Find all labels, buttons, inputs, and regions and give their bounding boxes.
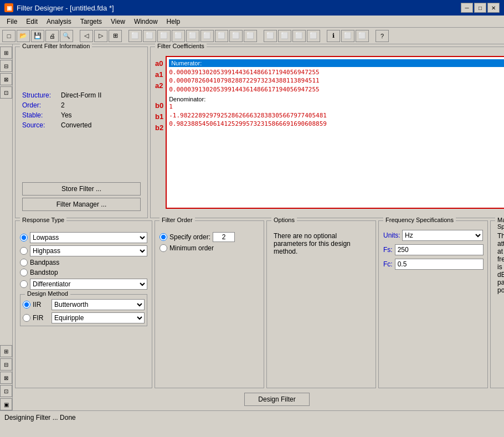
response-type-title: Response Type: [20, 217, 66, 223]
coeff-label-a0: a0: [155, 58, 163, 68]
differentiator-dropdown[interactable]: Differentiator: [30, 279, 147, 290]
design-filter-button[interactable]: Design Filter: [244, 393, 309, 406]
toolbar-open[interactable]: 📂: [17, 30, 30, 42]
minimum-order-radio[interactable]: [160, 244, 167, 252]
sidebar-icon-1[interactable]: ⊞: [0, 47, 12, 59]
numerator-value-2: 0.00007826041079828872297323438811389451…: [169, 76, 504, 85]
toolbar-b13[interactable]: ⬜: [292, 30, 306, 42]
filter-manager-button[interactable]: Filter Manager ...: [22, 198, 141, 211]
toolbar-new[interactable]: □: [2, 30, 16, 42]
fc-label: Fc:: [383, 260, 393, 268]
response-type-panel: Response Type Lowpass Highpass: [15, 220, 152, 388]
sidebar-icon-7[interactable]: ⊠: [0, 372, 12, 384]
toolbar-b16[interactable]: ⬜: [356, 30, 369, 42]
toolbar-print[interactable]: 🖨: [45, 30, 59, 42]
coeff-label-b2: b2: [155, 122, 163, 132]
fir-dropdown[interactable]: Equiripple Least-Squares Window: [52, 312, 145, 323]
toolbar-b7[interactable]: ⬜: [200, 30, 214, 42]
iir-dropdown[interactable]: Butterworth Chebyshev I Chebyshev II Ell…: [52, 299, 145, 310]
lowpass-radio[interactable]: [20, 234, 28, 241]
fc-input[interactable]: [395, 259, 484, 270]
sidebar-icon-5[interactable]: ⊞: [0, 345, 12, 357]
toolbar-b8[interactable]: ⬜: [215, 30, 228, 42]
sidebar-icon-9[interactable]: ▣: [0, 398, 12, 410]
sidebar-icon-2[interactable]: ⊟: [0, 60, 12, 72]
options-no-params-text: There are no optional parameters for thi…: [271, 230, 371, 258]
coeff-label-b1: b1: [155, 111, 163, 121]
highpass-radio[interactable]: [20, 247, 28, 255]
freq-specs-title: Frequency Specifications: [383, 217, 456, 223]
bandpass-radio[interactable]: [20, 259, 28, 266]
structure-label: Structure:: [22, 91, 61, 99]
toolbar-fwd[interactable]: ▷: [94, 30, 107, 42]
fir-radio[interactable]: [23, 314, 30, 322]
order-label: Order:: [22, 101, 61, 109]
specify-order-radio[interactable]: [160, 233, 167, 241]
lowpass-dropdown[interactable]: Lowpass: [30, 232, 147, 243]
mag-specs-text: The attenuation at cutoff frequencies is…: [495, 230, 504, 296]
toolbar-b1[interactable]: ⊞: [109, 30, 122, 42]
stable-value: Yes: [61, 111, 72, 119]
sidebar-icon-8[interactable]: ⊡: [0, 385, 12, 397]
menu-help[interactable]: Help: [162, 17, 185, 27]
menu-analysis[interactable]: Analysis: [42, 17, 76, 27]
title-bar: ▣ Filter Designer - [untitled.fda *] ─ □…: [0, 0, 504, 16]
toolbar-b14[interactable]: ⬜: [307, 30, 320, 42]
close-button[interactable]: ✕: [487, 3, 500, 13]
app-icon: ▣: [4, 3, 13, 12]
numerator-value-1: 0.00003913020539914436148661719405694725…: [169, 68, 504, 76]
coeff-labels: a0 a1 a2 b0 b1 b2: [155, 56, 166, 209]
sidebar-icon-4[interactable]: ⊡: [0, 86, 12, 99]
menu-targets[interactable]: Targets: [76, 17, 106, 27]
minimize-button[interactable]: ─: [461, 3, 473, 13]
differentiator-radio[interactable]: [20, 280, 28, 288]
frequency-specs-panel: Frequency Specifications Units: Hz kHz M…: [378, 220, 488, 388]
menu-edit[interactable]: Edit: [22, 17, 42, 27]
menu-file[interactable]: File: [2, 17, 22, 27]
maximize-button[interactable]: □: [474, 3, 486, 13]
menu-view[interactable]: View: [106, 17, 130, 27]
toolbar-b5[interactable]: ⬜: [172, 30, 185, 42]
source-value: Converted: [61, 121, 91, 129]
toolbar-b4[interactable]: ⬜: [157, 30, 171, 42]
toolbar-info[interactable]: ℹ: [327, 30, 340, 42]
mag-specs-title: Magnitude Specifications: [495, 217, 504, 230]
toolbar-b15[interactable]: ⬜: [341, 30, 354, 42]
fir-label: FIR: [33, 314, 49, 322]
toolbar-b3[interactable]: ⬜: [143, 30, 156, 42]
toolbar-save[interactable]: 💾: [31, 30, 44, 42]
highpass-dropdown[interactable]: Highpass: [30, 245, 147, 256]
toolbar-b10[interactable]: ⬜: [244, 30, 257, 42]
sidebar-icon-6[interactable]: ⊟: [0, 358, 12, 371]
filter-coeff-title: Filter Coefficients: [155, 43, 207, 49]
units-select[interactable]: Hz kHz MHz Normalized: [402, 230, 483, 241]
filter-order-panel: Filter Order Specify order: Minimum orde…: [155, 220, 264, 388]
coeff-display[interactable]: Numerator: 0.000039130205399144361486617…: [166, 56, 504, 209]
toolbar: □ 📂 💾 🖨 🔍 ◁ ▷ ⊞ ⬜ ⬜ ⬜ ⬜ ⬜ ⬜ ⬜ ⬜ ⬜ ⬜ ⬜ ⬜ …: [0, 28, 504, 44]
design-method-title: Design Method: [25, 290, 70, 297]
toolbar-b6[interactable]: ⬜: [186, 30, 199, 42]
coeff-label-a2: a2: [155, 80, 163, 90]
toolbar-help[interactable]: ?: [376, 30, 389, 42]
toolbar-search[interactable]: 🔍: [60, 30, 73, 42]
sidebar-icon-3[interactable]: ⊠: [0, 73, 12, 85]
filter-order-title: Filter Order: [160, 217, 195, 223]
toolbar-b12[interactable]: ⬜: [278, 30, 291, 42]
numerator-label: Numerator:: [169, 59, 504, 67]
structure-value: Direct-Form II: [61, 91, 101, 99]
toolbar-b11[interactable]: ⬜: [264, 30, 277, 42]
toolbar-b2[interactable]: ⬜: [128, 30, 142, 42]
denominator-value-3: 0.98238854506141252995732315866691690608…: [169, 120, 504, 128]
specify-order-input[interactable]: [213, 232, 235, 242]
store-filter-button[interactable]: Store Filter ...: [22, 182, 141, 196]
units-label: Units:: [383, 232, 400, 239]
iir-radio[interactable]: [23, 301, 30, 309]
menu-window[interactable]: Window: [130, 17, 162, 27]
specify-order-label: Specify order:: [169, 233, 210, 241]
toolbar-b9[interactable]: ⬜: [229, 30, 243, 42]
status-text: Designing Filter ... Done: [4, 414, 76, 421]
bandstop-radio[interactable]: [20, 269, 28, 276]
stable-label: Stable:: [22, 111, 61, 119]
toolbar-back[interactable]: ◁: [80, 30, 93, 42]
fs-input[interactable]: [395, 244, 484, 255]
